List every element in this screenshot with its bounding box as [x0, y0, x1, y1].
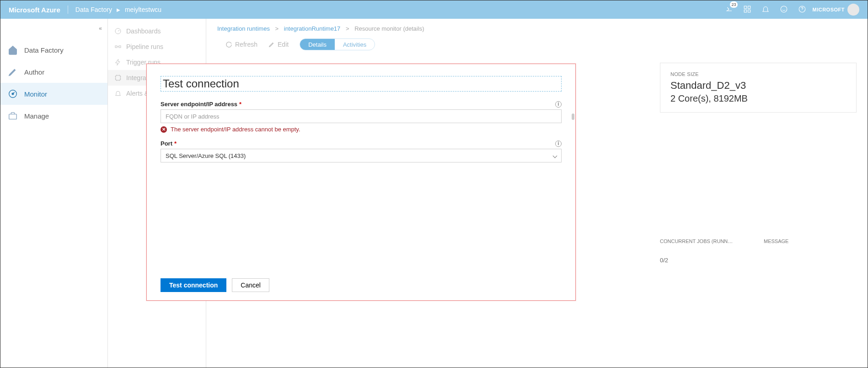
primary-nav: « Data Factory Author Monitor Manage: [0, 19, 108, 368]
crumb-runtime-name[interactable]: integrationRuntime17: [284, 25, 341, 32]
svg-rect-1: [748, 6, 750, 8]
notification-count: 23: [730, 1, 737, 8]
gauge-icon: [8, 89, 18, 99]
node-size-card: NODE SIZE Standard_D2_v3 2 Core(s), 8192…: [660, 63, 857, 113]
test-connection-dialog: Test connection Server endpoint/IP addre…: [146, 64, 576, 301]
integration-icon: [114, 74, 122, 81]
bell-icon: [114, 90, 122, 97]
field-endpoint: Server endpoint/IP address * i ✕ The ser…: [161, 101, 562, 133]
svg-rect-2: [744, 10, 746, 12]
refresh-label: Refresh: [235, 41, 257, 48]
edit-button[interactable]: Edit: [268, 41, 289, 48]
smiley-icon[interactable]: [780, 5, 788, 15]
dashboard-icon: [114, 27, 122, 35]
cloud-shell-icon[interactable]: 23: [725, 5, 733, 15]
top-breadcrumb: Data Factory ▶ meiyltestwcu: [75, 6, 161, 13]
directory-icon[interactable]: [743, 5, 751, 15]
subnav-label: Pipeline runs: [126, 43, 163, 50]
nav-label: Manage: [24, 112, 49, 120]
field-label: Port: [161, 140, 172, 147]
validation-error: ✕ The server endpoint/IP address cannot …: [161, 126, 562, 133]
chevron-right-icon: ▶: [117, 7, 120, 12]
error-icon: ✕: [161, 126, 167, 133]
card-sku: Standard_D2_v3: [670, 80, 846, 92]
svg-rect-0: [744, 6, 746, 8]
dialog-footer: Test connection Cancel: [161, 278, 269, 292]
error-text: The server endpoint/IP address cannot be…: [171, 126, 300, 133]
instance-name[interactable]: meiyltestwcu: [125, 6, 161, 13]
collapse-nav-icon[interactable]: «: [99, 25, 102, 32]
col-header: CONCURRENT JOBS (RUNN…: [660, 238, 753, 244]
svg-rect-10: [115, 46, 117, 48]
field-label: Server endpoint/IP address: [161, 101, 237, 108]
pencil-icon: [268, 41, 275, 48]
refresh-icon: [225, 41, 232, 48]
org-label: MICROSOFT: [813, 7, 845, 12]
trigger-icon: [114, 59, 122, 66]
service-name[interactable]: Data Factory: [75, 6, 112, 13]
nav-label: Monitor: [24, 90, 47, 98]
toolbox-icon: [8, 111, 18, 121]
required-asterisk: *: [239, 101, 241, 108]
chevron-down-icon: [553, 153, 557, 158]
info-icon[interactable]: i: [555, 101, 562, 108]
card-spec: 2 Core(s), 8192MB: [670, 93, 846, 104]
svg-rect-11: [119, 46, 121, 48]
home-icon: [8, 45, 18, 55]
info-icon[interactable]: i: [555, 141, 562, 147]
bell-icon[interactable]: [761, 5, 770, 15]
top-bar: Microsoft Azure Data Factory ▶ meiyltest…: [0, 0, 868, 19]
svg-point-7: [12, 93, 14, 95]
toolbar: Refresh Edit Details Activities: [225, 38, 857, 50]
cancel-button[interactable]: Cancel: [232, 278, 269, 292]
select-value: SQL Server/Azure SQL (1433): [166, 152, 246, 159]
subnav-label: Dashboards: [126, 27, 161, 35]
brand[interactable]: Microsoft Azure: [9, 6, 60, 14]
chevron-right-icon: >: [275, 25, 279, 32]
svg-rect-3: [748, 10, 750, 12]
crumb-integration-runtimes[interactable]: Integration runtimes: [217, 25, 270, 32]
avatar[interactable]: [847, 4, 859, 16]
tab-details[interactable]: Details: [300, 39, 335, 50]
nav-label: Data Factory: [24, 46, 64, 54]
nav-author[interactable]: Author: [0, 61, 107, 83]
pencil-icon: [8, 67, 18, 77]
svg-rect-8: [9, 114, 17, 119]
brand-divider: [68, 5, 68, 14]
col-message: MESSAGE: [764, 238, 857, 264]
stats-columns: CONCURRENT JOBS (RUNN… 0/2 MESSAGE: [660, 238, 857, 264]
nav-manage[interactable]: Manage: [0, 105, 107, 127]
svg-rect-12: [116, 76, 121, 81]
subnav-dashboards[interactable]: Dashboards: [108, 23, 206, 39]
nav-monitor[interactable]: Monitor: [0, 83, 107, 105]
edit-label: Edit: [278, 41, 289, 48]
svg-point-4: [781, 6, 787, 12]
dialog-title: Test connection: [161, 76, 562, 92]
nav-label: Author: [24, 68, 44, 76]
card-label: NODE SIZE: [670, 71, 846, 77]
subnav-pipeline-runs[interactable]: Pipeline runs: [108, 39, 206, 54]
port-select[interactable]: SQL Server/Azure SQL (1433): [161, 149, 562, 162]
topbar-icons: 23: [725, 5, 806, 15]
view-toggle: Details Activities: [300, 38, 375, 50]
required-asterisk: *: [174, 140, 177, 147]
test-connection-button[interactable]: Test connection: [161, 278, 226, 292]
field-port: Port * i SQL Server/Azure SQL (1433): [161, 140, 562, 162]
chevron-right-icon: >: [346, 25, 349, 32]
help-icon[interactable]: [798, 5, 806, 15]
endpoint-input[interactable]: [161, 109, 562, 123]
tab-activities[interactable]: Activities: [335, 39, 375, 50]
crumb-current: Resource monitor (details): [354, 25, 424, 32]
col-concurrent-jobs: CONCURRENT JOBS (RUNN… 0/2: [660, 238, 753, 264]
nav-data-factory[interactable]: Data Factory: [0, 39, 107, 61]
col-header: MESSAGE: [764, 238, 857, 244]
refresh-button[interactable]: Refresh: [225, 41, 257, 48]
breadcrumb: Integration runtimes > integrationRuntim…: [217, 25, 857, 32]
scrollbar-thumb[interactable]: [572, 114, 574, 120]
pipeline-icon: [114, 43, 122, 50]
col-value: 0/2: [660, 257, 753, 264]
